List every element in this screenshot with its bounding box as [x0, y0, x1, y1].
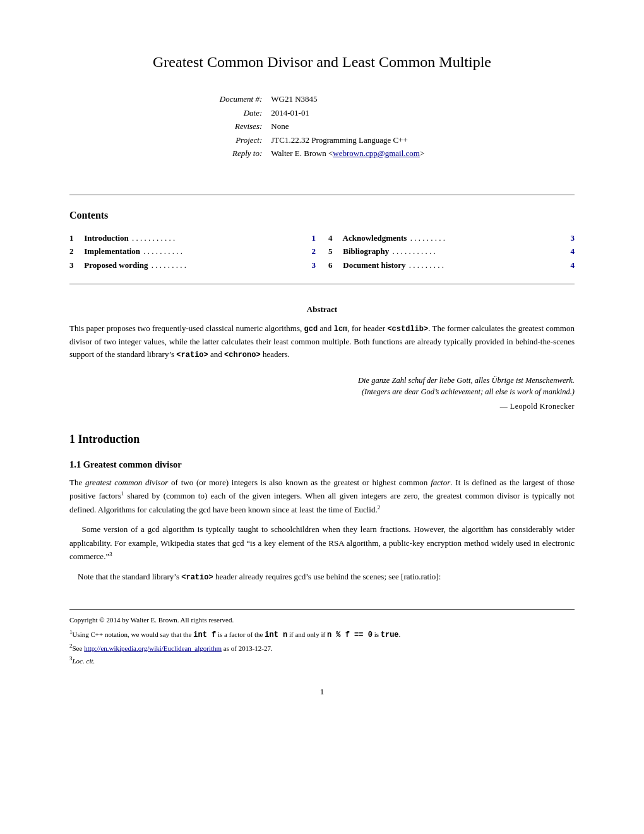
abstract-text5: and	[208, 349, 224, 359]
toc-entry-2: 2 Implementation . . . . . . . . . . 2	[69, 245, 316, 258]
footnote1-text5: .	[399, 631, 401, 638]
abstract-code3: <cstdlib>	[387, 325, 428, 334]
abstract-text3: , for header	[347, 323, 387, 333]
quote-line2: (Integers are dear God’s achievement; al…	[69, 386, 575, 398]
toc-entry-1: 1 Introduction . . . . . . . . . . . 1	[69, 232, 316, 245]
toc-title-6: Document history	[341, 259, 406, 272]
toc-title-4: Acknowledgments	[341, 232, 407, 245]
quote-block: Die ganze Zahl schuf der liebe Gott, all…	[69, 375, 575, 413]
quote-line1: Die ganze Zahl schuf der liebe Gott, all…	[69, 375, 575, 387]
footnote-1: 1Using C++ notation, we would say that t…	[69, 629, 575, 641]
footnote-copyright-text: Copyright © 2014 by Walter E. Brown. All…	[69, 616, 234, 624]
meta-table: Document #: WG21 N3845 Date: 2014-01-01 …	[216, 92, 428, 160]
doc-num-value: WG21 N3845	[267, 92, 428, 106]
footnote-2: 2See http://en.wikipedia.org/wiki/Euclid…	[69, 643, 575, 654]
body-paragraph-1: The greatest common divisor of two (or m…	[69, 476, 575, 516]
abstract-code4: <ratio>	[176, 351, 208, 360]
abstract-text2: and	[318, 323, 333, 333]
abstract-paragraph: This paper proposes two frequently-used …	[69, 322, 575, 362]
revises-value: None	[267, 119, 428, 133]
body2-sup: 3	[109, 551, 112, 557]
revises-label: Revises:	[216, 119, 268, 133]
document-title: Greatest Common Divisor and Least Common…	[69, 51, 575, 73]
reply-name: Walter E. Brown <	[271, 148, 333, 158]
footnote-area: Copyright © 2014 by Walter E. Brown. All…	[69, 609, 575, 667]
bottom-toc-rule	[69, 284, 575, 284]
toc-num-5: 5	[328, 245, 341, 258]
body1-text4: shared by (common to) each of the given …	[69, 491, 575, 514]
toc-num-3: 3	[69, 259, 82, 272]
page: Greatest Common Divisor and Least Common…	[0, 0, 644, 834]
body1-text2: of two (or more) integers is also known …	[168, 478, 431, 487]
footnote2-link[interactable]: http://en.wikipedia.org/wiki/Euclidean_a…	[84, 644, 222, 652]
toc-num-4: 4	[328, 232, 341, 245]
toc: 1 Introduction . . . . . . . . . . . 1 4…	[69, 232, 575, 272]
section11-heading: 1.1 Greatest common divisor	[69, 458, 575, 472]
toc-title-1: Introduction	[82, 232, 129, 245]
reply-label: Reply to:	[216, 147, 268, 160]
footnote2-text1: See	[73, 644, 85, 652]
abstract-code1: gcd	[304, 325, 318, 334]
footnote2-text2: as of 2013-12-27.	[222, 644, 273, 652]
toc-fill-3: . . . . . . . . .	[148, 259, 306, 272]
toc-entry-3: 3 Proposed wording . . . . . . . . . 3	[69, 259, 316, 272]
abstract-section: Abstract This paper proposes two frequen…	[69, 303, 575, 362]
body1-em2: factor	[431, 478, 450, 487]
toc-page-5[interactable]: 4	[564, 245, 575, 258]
toc-num-6: 6	[328, 259, 341, 272]
toc-page-6[interactable]: 4	[564, 259, 575, 272]
reply-email-link[interactable]: webrown.cpp@gmail.com	[333, 148, 420, 158]
toc-entry-5: 5 Bibliography . . . . . . . . . . . 4	[328, 245, 575, 258]
date-value: 2014-01-01	[267, 106, 428, 120]
body-paragraph-3: Note that the standard library’s <ratio>…	[69, 570, 575, 584]
project-label: Project:	[216, 133, 268, 147]
abstract-title: Abstract	[69, 303, 575, 316]
toc-title-3: Proposed wording	[82, 259, 148, 272]
meta-block: Document #: WG21 N3845 Date: 2014-01-01 …	[69, 92, 575, 179]
footnote-3: 3Loc. cit.	[69, 656, 575, 667]
footnote1-text3: if and only if	[287, 631, 327, 638]
toc-page-2[interactable]: 2	[306, 245, 316, 258]
body2-text1: Some version of a gcd algorithm is typic…	[69, 524, 575, 561]
footnote1-code4: true	[381, 631, 399, 639]
contents-heading: Contents	[69, 208, 575, 223]
date-label: Date:	[216, 106, 268, 120]
project-value: JTC1.22.32 Programming Language C++	[267, 133, 428, 147]
toc-fill-1: . . . . . . . . . . .	[129, 232, 306, 245]
doc-num-label: Document #:	[216, 92, 268, 106]
footnote3-text: Loc. cit.	[73, 657, 95, 665]
toc-entry-6: 6 Document history . . . . . . . . . 4	[328, 259, 575, 272]
footnote1-code3: n % f == 0	[327, 631, 373, 639]
toc-fill-6: . . . . . . . . .	[406, 259, 564, 272]
toc-page-4[interactable]: 3	[564, 232, 575, 245]
toc-entry-4: 4 Acknowledgments . . . . . . . . . 3	[328, 232, 575, 245]
page-number: 1	[69, 686, 575, 698]
footnote1-code2: int n	[265, 631, 287, 639]
body3-text1: Note that the standard library’s	[78, 572, 181, 581]
quote-attribution: — Leopold Kronecker	[69, 401, 575, 412]
reply-close: >	[420, 148, 424, 158]
body1-em1: greatest common divisor	[85, 478, 168, 487]
toc-num-1: 1	[69, 232, 82, 245]
body3-text2: header already requires gcd’s use behind…	[213, 572, 441, 581]
footnote1-code1: int f	[193, 631, 216, 639]
section1-heading: 1 Introduction	[69, 431, 575, 448]
body3-code1: <ratio>	[181, 573, 213, 582]
toc-title-5: Bibliography	[341, 245, 389, 258]
footnote-copyright: Copyright © 2014 by Walter E. Brown. All…	[69, 615, 575, 626]
toc-num-2: 2	[69, 245, 82, 258]
abstract-text6: headers.	[261, 349, 290, 359]
footnote1-text4: is	[373, 631, 381, 638]
toc-title-2: Implementation	[82, 245, 140, 258]
reply-value: Walter E. Brown <webrown.cpp@gmail.com>	[267, 147, 428, 160]
toc-fill-2: . . . . . . . . . .	[140, 245, 306, 258]
toc-fill-4: . . . . . . . . .	[407, 232, 564, 245]
toc-page-1[interactable]: 1	[306, 232, 316, 245]
abstract-code2: lcm	[334, 325, 348, 334]
footnote1-text2: is a factor of the	[216, 631, 265, 638]
body-paragraph-2: Some version of a gcd algorithm is typic…	[69, 523, 575, 563]
body1-sup2: 2	[378, 504, 381, 510]
toc-page-3-val[interactable]: 3	[306, 259, 316, 272]
body1-text1: The	[69, 478, 85, 487]
toc-fill-5: . . . . . . . . . . .	[389, 245, 564, 258]
